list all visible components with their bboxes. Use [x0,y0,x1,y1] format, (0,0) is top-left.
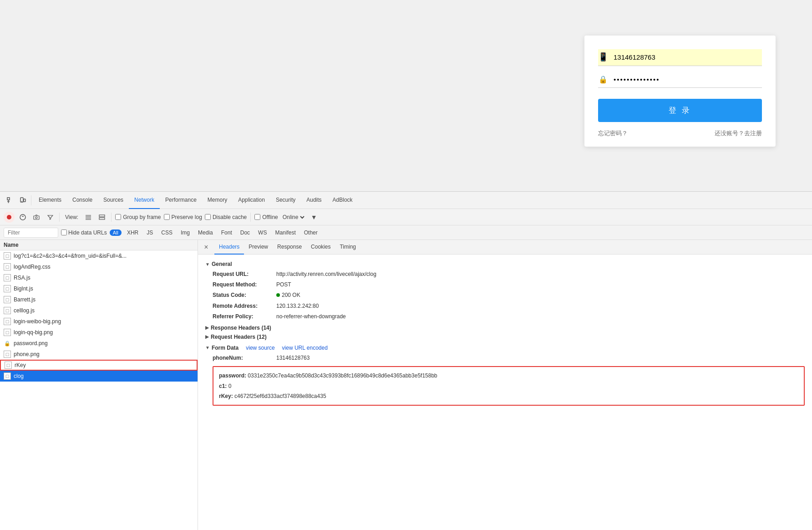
panel-tab-timing[interactable]: Timing [335,240,360,255]
file-doc-icon: □ [4,372,11,380]
devtools-tab-bar: Elements Console Sources Network Perform… [0,192,812,209]
list-item[interactable]: 🔒 password.png [0,338,198,349]
svg-point-7 [20,214,25,220]
tab-security[interactable]: Security [270,192,301,209]
inspect-element-icon[interactable] [4,194,16,207]
filter-other[interactable]: Other [301,229,320,236]
file-list-header: Name [0,240,198,250]
panel-tab-preview[interactable]: Preview [244,240,273,255]
group-by-frame-option: Group by frame [115,214,161,220]
list-item[interactable]: □ phone.png [0,349,198,360]
tab-network[interactable]: Network [129,192,160,209]
svg-rect-16 [99,218,105,219]
tab-console[interactable]: Console [67,192,98,209]
file-name: login-qq-big.png [14,329,53,336]
preserve-log-checkbox[interactable] [164,214,170,220]
login-button[interactable]: 登 录 [598,99,762,122]
filter-font[interactable]: Font [218,229,235,236]
status-code-value: 200 OK [276,291,300,300]
record-button[interactable] [4,212,15,223]
tab-elements[interactable]: Elements [33,192,67,209]
list-item[interactable]: □ BigInt.js [0,283,198,294]
offline-label: Offline [262,214,278,220]
file-doc-icon: □ [4,263,11,270]
request-headers-section-header[interactable]: Request Headers (12) [205,334,805,340]
file-name: phone.png [14,351,40,357]
password-input[interactable] [614,76,762,83]
throttle-select[interactable]: Online [281,214,306,221]
list-item[interactable]: □ celllog.js [0,305,198,316]
list-item[interactable]: □ logAndReg.css [0,261,198,272]
preserve-log-option: Preserve log [164,214,202,220]
filter-input[interactable] [4,228,58,238]
lock-icon: 🔒 [598,75,608,84]
form-data-section-header[interactable]: Form Data view source view URL encoded [205,345,328,351]
tab-sources[interactable]: Sources [98,192,129,209]
list-item[interactable]: □ RSA.js [0,272,198,283]
panel-close-button[interactable]: × [202,243,211,252]
network-file-list: Name □ log?c1=&c2=&c3=&c4=&from_uid=&isF… [0,240,198,530]
filter-bar: Hide data URLs All XHR JS CSS Img Media … [0,225,812,240]
forgot-password-link[interactable]: 忘记密码？ [598,129,628,138]
request-method-label: Request Method: [213,280,276,289]
tab-application[interactable]: Application [233,192,270,209]
panel-tab-response[interactable]: Response [273,240,306,255]
list-view-icon[interactable] [83,212,94,223]
register-link[interactable]: 还没账号？去注册 [715,129,762,138]
clog-list-item[interactable]: □ clog [0,371,198,382]
password-label: password: [219,372,246,379]
panel-tab-cookies[interactable]: Cookies [306,240,335,255]
file-name: password.png [14,340,48,347]
list-item[interactable]: □ log?c1=&c2=&c3=&c4=&from_uid=&isFull=&… [0,250,198,261]
svg-rect-4 [24,199,25,202]
disable-cache-option: Disable cache [205,214,247,220]
large-view-icon[interactable] [96,212,107,223]
disable-cache-checkbox[interactable] [205,214,211,220]
filter-manifest[interactable]: Manifest [272,229,298,236]
general-section-header[interactable]: General [205,261,805,267]
phone-num-value: 13146128763 [276,354,310,362]
view-source-link[interactable]: view source [246,345,274,351]
filter-ws[interactable]: WS [255,229,269,236]
password-value: 0331e2350c7ea4ac9b508d3c43c9393b8fc16896… [248,372,437,379]
hide-data-urls-checkbox[interactable] [61,229,67,235]
tab-audits[interactable]: Audits [301,192,327,209]
login-footer: 忘记密码？ 还没账号？去注册 [598,129,762,138]
phone-input[interactable] [614,53,762,61]
network-toolbar: View: Group by frame Preserve log Disabl… [0,209,812,225]
view-url-encoded-link[interactable]: view URL encoded [282,345,328,351]
request-url-row: Request URL: http://activity.renren.com/… [205,269,805,280]
panel-tab-headers[interactable]: Headers [214,240,244,255]
filter-img[interactable]: Img [178,229,193,236]
response-headers-section-header[interactable]: Response Headers (14) [205,325,805,331]
list-item[interactable]: □ login-qq-big.png [0,327,198,338]
list-item[interactable]: □ Barrett.js [0,294,198,305]
filter-doc[interactable]: Doc [238,229,253,236]
rkey-list-item[interactable]: □ rKey [0,360,198,371]
filter-js[interactable]: JS [144,229,156,236]
offline-checkbox[interactable] [254,214,260,220]
list-item[interactable]: □ login-weibo-big.png [0,316,198,327]
filter-button[interactable] [45,212,56,223]
group-by-frame-checkbox[interactable] [115,214,121,220]
phone-num-label: phoneNum: [213,354,276,362]
file-lock-icon: 🔒 [4,340,11,347]
filter-css[interactable]: CSS [158,229,175,236]
camera-button[interactable] [31,212,42,223]
svg-point-6 [7,215,11,219]
tab-performance[interactable]: Performance [160,192,202,209]
filter-media[interactable]: Media [195,229,216,236]
filter-xhr[interactable]: XHR [124,229,141,236]
filter-all-badge[interactable]: All [110,229,122,236]
rkey-row: rKey: c4672f25ef6d333acf374898e88ca435 [219,391,798,401]
hide-data-urls-option: Hide data URLs [61,229,107,236]
tab-adblock[interactable]: AdBlock [327,192,358,209]
device-toolbar-icon[interactable] [16,194,29,207]
tab-memory[interactable]: Memory [202,192,233,209]
stop-recording-button[interactable] [17,212,28,223]
referrer-policy-label: Referrer Policy: [213,312,276,321]
group-by-frame-label: Group by frame [123,214,161,220]
c1-label: c1: [219,383,227,389]
svg-point-10 [36,217,37,219]
throttle-dropdown-icon[interactable]: ▼ [309,212,320,223]
